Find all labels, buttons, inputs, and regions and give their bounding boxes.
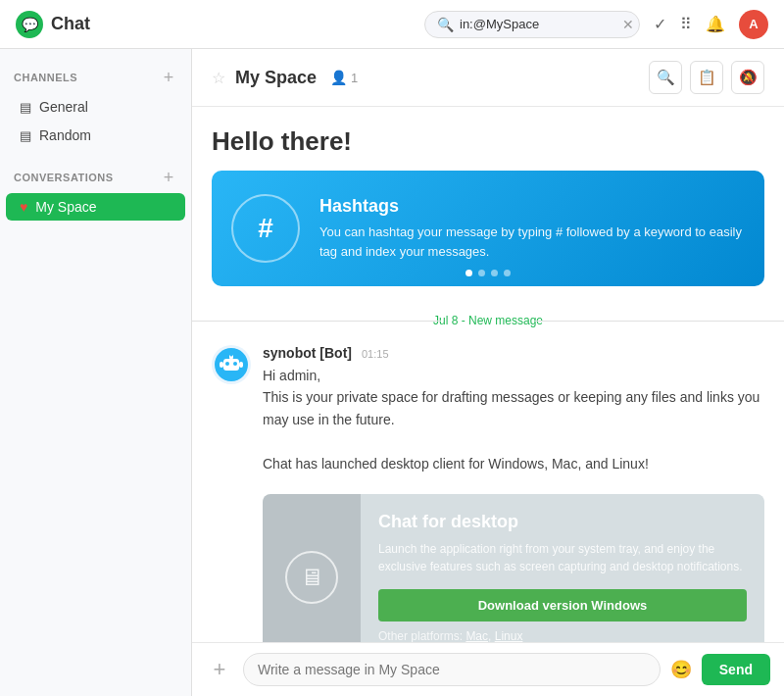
- bot-avatar: [212, 345, 251, 384]
- team-button[interactable]: 📋: [690, 61, 723, 94]
- svg-point-2: [225, 362, 229, 366]
- star-icon[interactable]: ☆: [212, 69, 225, 87]
- search-bar[interactable]: 🔍 ✕: [424, 11, 640, 38]
- linux-link[interactable]: Linux: [495, 629, 523, 642]
- message-time: 01:15: [362, 348, 389, 360]
- search-icon: 🔍: [437, 17, 454, 32]
- message-author: synobot [Bot]: [263, 345, 352, 361]
- conversations-section-header: CONVERSATIONS +: [0, 163, 191, 192]
- desktop-promo-card: 🖥 Chat for desktop Launch the applicatio…: [263, 494, 764, 642]
- hello-section: Hello there!: [192, 107, 784, 157]
- search-channel-button[interactable]: 🔍: [649, 61, 682, 94]
- channels-label: CHANNELS: [14, 72, 77, 83]
- svg-point-5: [230, 354, 233, 357]
- monitor-icon: 🖥: [285, 551, 338, 604]
- carousel-dot-1[interactable]: [466, 270, 472, 276]
- hashtag-symbol: #: [258, 213, 273, 244]
- carousel-dots: [466, 270, 511, 276]
- channel-hash-icon: ▤: [20, 100, 31, 115]
- search-input[interactable]: [460, 17, 616, 31]
- svg-point-3: [233, 362, 237, 366]
- members-icon: 👤: [330, 70, 347, 85]
- member-count: 👤 1: [330, 70, 358, 85]
- search-clear-icon[interactable]: ✕: [622, 17, 634, 32]
- message-line-2: This is your private space for drafting …: [263, 386, 764, 430]
- main-layout: CHANNELS + ▤ General ▤ Random CONVERSATI…: [0, 49, 784, 696]
- top-header: 💬 Chat 🔍 ✕ ✓ ⠿ 🔔 A: [0, 0, 784, 49]
- carousel-content: Hashtags You can hashtag your message by…: [319, 196, 745, 261]
- sidebar-item-my-space[interactable]: ♥ My Space: [6, 193, 185, 221]
- message-text: Hi admin, This is your private space for…: [263, 365, 764, 474]
- promo-right: Chat for desktop Launch the application …: [361, 494, 764, 642]
- user-avatar[interactable]: A: [739, 10, 768, 39]
- attach-button[interactable]: +: [206, 656, 233, 683]
- hello-title: Hello there!: [212, 126, 764, 157]
- app-logo: 💬 Chat: [16, 11, 90, 38]
- download-windows-button[interactable]: Download version Windows: [378, 589, 747, 621]
- add-conversation-button[interactable]: +: [160, 169, 177, 186]
- monitor-symbol: 🖥: [300, 564, 323, 591]
- promo-left: 🖥: [263, 494, 361, 642]
- sidebar-item-general[interactable]: ▤ General: [6, 93, 185, 121]
- sidebar-item-label: General: [39, 99, 88, 115]
- channel-hash-icon-2: ▤: [20, 128, 31, 143]
- sidebar: CHANNELS + ▤ General ▤ Random CONVERSATI…: [0, 49, 192, 696]
- hashtags-carousel[interactable]: # Hashtags You can hashtag your message …: [212, 171, 764, 286]
- add-channel-button[interactable]: +: [160, 69, 177, 86]
- message-content: synobot [Bot] 01:15 Hi admin, This is yo…: [263, 345, 764, 474]
- svg-rect-7: [239, 362, 243, 368]
- grid-icon[interactable]: ⠿: [680, 15, 692, 33]
- svg-rect-6: [220, 362, 223, 368]
- sidebar-item-random[interactable]: ▤ Random: [6, 122, 185, 149]
- channel-header-right: 🔍 📋 🔕: [649, 61, 764, 94]
- app-logo-icon: 💬: [16, 11, 43, 38]
- sidebar-item-label: Random: [39, 127, 91, 143]
- emoji-button[interactable]: 😊: [670, 659, 692, 680]
- message-header: synobot [Bot] 01:15: [263, 345, 764, 361]
- carousel-dot-3[interactable]: [491, 270, 498, 276]
- mac-link[interactable]: Mac: [466, 629, 488, 642]
- header-icons: ✓ ⠿ 🔔 A: [654, 10, 768, 39]
- promo-title: Chat for desktop: [378, 512, 747, 532]
- send-button[interactable]: Send: [702, 654, 770, 685]
- other-platforms-label: Other platforms:: [378, 629, 463, 642]
- carousel-dot-4[interactable]: [504, 270, 511, 276]
- notification-button[interactable]: 🔕: [731, 61, 764, 94]
- carousel-dot-2[interactable]: [478, 270, 485, 276]
- content-area: ☆ My Space 👤 1 🔍 📋 🔕 Hello there!: [192, 49, 784, 696]
- channel-header-left: ☆ My Space 👤 1: [212, 68, 358, 88]
- message-line-3: Chat has launched desktop client for Win…: [263, 453, 764, 474]
- carousel-icon: #: [231, 194, 300, 263]
- promo-description: Launch the application right from your s…: [378, 540, 747, 575]
- conversations-label: CONVERSATIONS: [14, 172, 114, 183]
- promo-other-platforms: Other platforms: Mac, Linux: [378, 629, 747, 642]
- messages-area[interactable]: Hello there! # Hashtags You can hashtag …: [192, 107, 784, 642]
- carousel-title: Hashtags: [319, 196, 745, 217]
- channel-header: ☆ My Space 👤 1 🔍 📋 🔕: [192, 49, 784, 107]
- heart-icon: ♥: [20, 199, 27, 215]
- app-title: Chat: [51, 14, 90, 34]
- check-icon[interactable]: ✓: [654, 15, 666, 33]
- message-line-1: Hi admin,: [263, 365, 764, 386]
- member-count-number: 1: [351, 71, 358, 85]
- bell-icon[interactable]: 🔔: [706, 15, 725, 33]
- message-input[interactable]: [243, 653, 661, 686]
- message-input-bar: + 😊 Send: [192, 642, 784, 696]
- bot-message: synobot [Bot] 01:15 Hi admin, This is yo…: [192, 335, 784, 484]
- date-divider: Jul 8 - New message: [192, 306, 784, 335]
- channel-name: My Space: [235, 68, 317, 88]
- channels-section-header: CHANNELS +: [0, 63, 191, 92]
- carousel-description: You can hashtag your message by typing #…: [319, 223, 745, 261]
- sidebar-item-label: My Space: [35, 199, 96, 215]
